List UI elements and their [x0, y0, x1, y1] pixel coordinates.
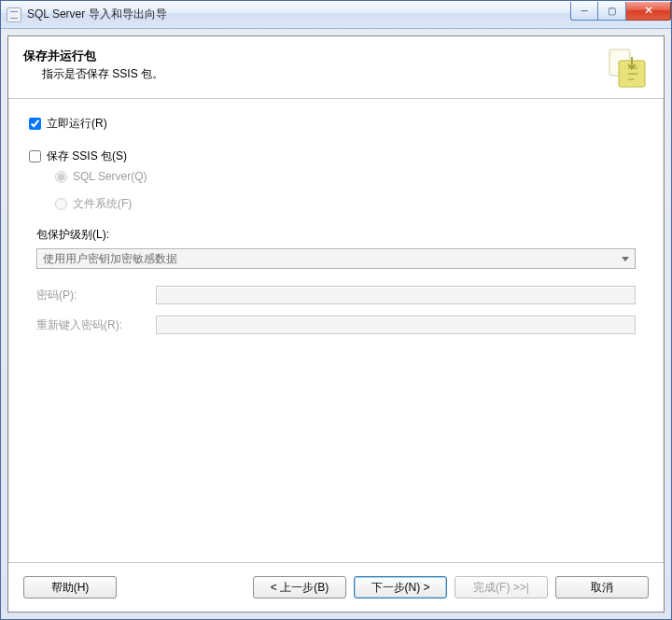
- content-area: 立即运行(R) 保存 SSIS 包(S) SQL Server(Q) 文件系统(…: [8, 99, 664, 562]
- filesystem-radio: [55, 198, 67, 210]
- chevron-down-icon: [618, 250, 633, 267]
- save-ssis-label[interactable]: 保存 SSIS 包(S): [47, 148, 127, 164]
- run-now-checkbox[interactable]: [29, 118, 41, 130]
- protection-level-dropdown: 使用用户密钥加密敏感数据: [36, 248, 636, 269]
- save-target-group: SQL Server(Q) 文件系统(F): [55, 170, 643, 212]
- sql-server-row: SQL Server(Q): [55, 170, 643, 183]
- header-text-block: 保存并运行包 指示是否保存 SSIS 包。: [23, 48, 604, 91]
- back-button[interactable]: < 上一步(B): [253, 576, 346, 599]
- run-now-row: 立即运行(R): [29, 116, 643, 132]
- finish-button: 完成(F) >>|: [455, 576, 548, 599]
- page-subtitle: 指示是否保存 SSIS 包。: [23, 66, 604, 82]
- password-row: 密码(P):: [36, 286, 636, 304]
- save-ssis-row: 保存 SSIS 包(S): [29, 148, 643, 164]
- run-now-label[interactable]: 立即运行(R): [47, 116, 107, 132]
- save-ssis-checkbox[interactable]: [29, 150, 41, 162]
- cancel-button[interactable]: 取消: [555, 576, 649, 599]
- app-icon: [7, 7, 21, 22]
- retype-password-label: 重新键入密码(R):: [36, 317, 156, 333]
- window-frame: SQL Server 导入和导出向导 ─ ▢ ✕ 保存并运行包 指示是否保存 S…: [0, 0, 672, 620]
- help-button[interactable]: 帮助(H): [23, 576, 117, 599]
- filesystem-label: 文件系统(F): [73, 196, 132, 212]
- window-controls: ─ ▢ ✕: [570, 2, 671, 21]
- window-title: SQL Server 导入和导出向导: [27, 7, 570, 22]
- sql-server-radio: [55, 171, 67, 183]
- wizard-header: 保存并运行包 指示是否保存 SSIS 包。: [8, 36, 664, 99]
- sql-server-label: SQL Server(Q): [73, 170, 147, 183]
- dialog-body: 保存并运行包 指示是否保存 SSIS 包。 立即运行(R) 保存 SSIS 包(…: [7, 35, 665, 613]
- header-icon: [604, 48, 649, 91]
- minimize-button[interactable]: ─: [570, 2, 598, 21]
- close-button[interactable]: ✕: [626, 2, 671, 21]
- next-button[interactable]: 下一步(N) >: [354, 576, 447, 599]
- protection-level-selected: 使用用户密钥加密敏感数据: [43, 251, 618, 267]
- password-label: 密码(P):: [36, 288, 156, 303]
- retype-password-field: [156, 316, 636, 334]
- title-bar: SQL Server 导入和导出向导 ─ ▢ ✕: [1, 1, 671, 29]
- password-field: [156, 286, 636, 304]
- protection-level-label: 包保护级别(L):: [36, 227, 643, 243]
- retype-password-row: 重新键入密码(R):: [36, 316, 636, 334]
- filesystem-row: 文件系统(F): [55, 196, 643, 212]
- wizard-footer: 帮助(H) < 上一步(B) 下一步(N) > 完成(F) >>| 取消: [8, 562, 664, 612]
- maximize-button[interactable]: ▢: [598, 2, 626, 21]
- page-title: 保存并运行包: [23, 48, 604, 64]
